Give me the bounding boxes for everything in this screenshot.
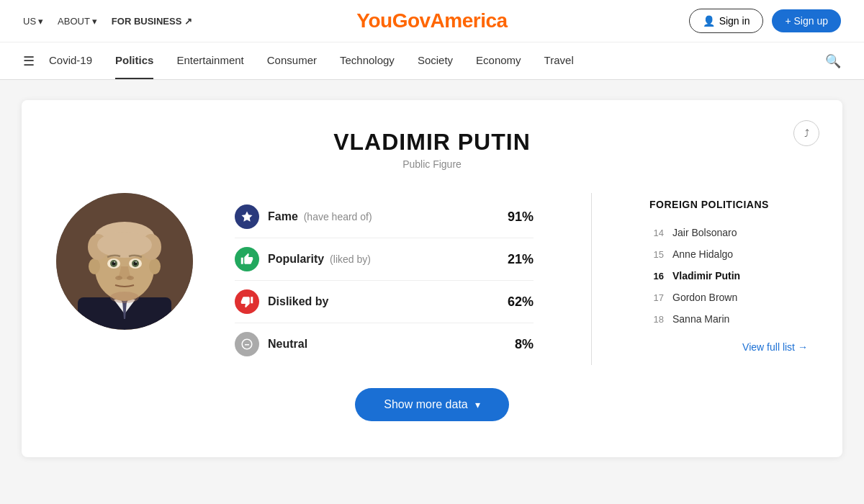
sidebar-title: FOREIGN POLITICIANS (649, 199, 808, 210)
svg-point-24 (110, 292, 139, 303)
sign-in-button[interactable]: 👤 Sign in (689, 9, 764, 33)
rank-15: 15 (649, 249, 664, 260)
logo-text: YouGovAmerica (356, 9, 507, 32)
stats-section: Fame (have heard of) 91% Popularity (lik… (235, 193, 534, 365)
nav-item-consumer[interactable]: Consumer (267, 42, 317, 79)
svg-point-22 (115, 276, 122, 280)
sidebar-list: FOREIGN POLITICIANS 14 Jair Bolsonaro 15… (649, 193, 808, 353)
svg-point-8 (89, 258, 100, 274)
name-bolsonaro: Jair Bolsonaro (672, 227, 737, 238)
sign-up-button[interactable]: + Sign up (772, 9, 841, 32)
site-logo[interactable]: YouGovAmerica (356, 9, 507, 32)
avatar-container (56, 193, 200, 330)
for-business-label: FOR BUSINESS (112, 16, 182, 27)
fame-label: Fame (have heard of) (268, 210, 372, 223)
chevron-down-icon: ▾ (92, 16, 97, 27)
nav-item-politics[interactable]: Politics (115, 42, 153, 79)
sign-in-label: Sign in (719, 15, 750, 27)
nav-item-economy[interactable]: Economy (476, 42, 521, 79)
profile-name: VLADIMIR PUTIN (56, 129, 808, 156)
share-icon: ⤴ (804, 127, 809, 139)
neutral-stat-row: Neutral 8% (235, 323, 534, 365)
top-bar-left: US ▾ ABOUT ▾ FOR BUSINESS ↗ (23, 16, 192, 27)
svg-point-9 (149, 258, 161, 274)
list-item-current[interactable]: 16 Vladimir Putin (649, 265, 808, 287)
svg-point-13 (97, 232, 152, 258)
neutral-label: Neutral (268, 338, 340, 351)
list-item[interactable]: 14 Jair Bolsonaro (649, 222, 808, 243)
neutral-icon (235, 332, 259, 356)
show-more-label: Show more data (384, 398, 468, 411)
fame-sublabel: (have heard of) (301, 211, 372, 222)
name-marin: Sanna Marin (672, 313, 729, 325)
top-bar: US ▾ ABOUT ▾ FOR BUSINESS ↗ YouGovAmeric… (0, 0, 864, 42)
rank-14: 14 (649, 228, 664, 238)
share-button[interactable]: ⤴ (793, 120, 819, 146)
fame-icon (235, 204, 259, 229)
nav-item-society[interactable]: Society (418, 42, 453, 79)
sign-up-label: + Sign up (785, 15, 828, 27)
list-item[interactable]: 17 Gordon Brown (649, 287, 808, 308)
rank-17: 17 (649, 292, 664, 303)
svg-point-20 (114, 261, 115, 263)
nav-item-entertainment[interactable]: Entertainment (176, 42, 243, 79)
profile-card: ⤴ VLADIMIR PUTIN Public Figure (22, 100, 842, 457)
external-link-icon: ↗ (184, 16, 192, 27)
disliked-label: Disliked by (268, 295, 340, 308)
nav-items: Covid-19 Politics Entertainment Consumer… (49, 42, 825, 79)
chevron-down-icon: ▾ (475, 399, 480, 410)
navigation-bar: ☰ Covid-19 Politics Entertainment Consum… (0, 42, 864, 80)
view-full-list-link[interactable]: View full list → (649, 341, 808, 353)
profile-section: Fame (have heard of) 91% Popularity (lik… (56, 193, 808, 365)
top-bar-right: 👤 Sign in + Sign up (689, 9, 841, 33)
vertical-divider (591, 193, 592, 365)
nav-item-technology[interactable]: Technology (340, 42, 395, 79)
user-icon: 👤 (703, 15, 715, 27)
list-item[interactable]: 18 Sanna Marin (649, 308, 808, 330)
for-business-link[interactable]: FOR BUSINESS ↗ (112, 16, 193, 27)
svg-point-23 (127, 276, 134, 280)
chevron-down-icon: ▾ (38, 16, 43, 27)
arrow-right-icon: → (798, 341, 808, 353)
view-full-label: View full list (742, 341, 795, 353)
name-putin: Vladimir Putin (672, 270, 740, 282)
fame-stat-row: Fame (have heard of) 91% (235, 196, 534, 238)
hamburger-menu-icon[interactable]: ☰ (23, 53, 35, 69)
list-item[interactable]: 15 Anne Hidalgo (649, 243, 808, 265)
rank-18: 18 (649, 314, 664, 325)
name-brown: Gordon Brown (672, 292, 737, 303)
popularity-value: 21% (498, 252, 534, 267)
search-icon[interactable]: 🔍 (825, 53, 841, 69)
region-selector[interactable]: US ▾ (23, 16, 43, 27)
nav-item-covid[interactable]: Covid-19 (49, 42, 92, 79)
neutral-value: 8% (498, 337, 534, 352)
about-label: ABOUT (58, 16, 90, 27)
name-hidalgo: Anne Hidalgo (672, 248, 733, 260)
rank-16: 16 (649, 271, 664, 282)
fame-value: 91% (498, 210, 534, 225)
popularity-label: Popularity (liked by) (268, 253, 371, 266)
popularity-stat-row: Popularity (liked by) 21% (235, 238, 534, 281)
disliked-value: 62% (498, 294, 534, 310)
avatar (56, 193, 193, 330)
profile-header: VLADIMIR PUTIN Public Figure (56, 129, 808, 170)
popularity-sublabel: (liked by) (327, 253, 371, 265)
region-label: US (23, 16, 36, 27)
nav-item-travel[interactable]: Travel (544, 42, 574, 79)
svg-point-21 (135, 261, 137, 263)
disliked-icon (235, 289, 259, 314)
disliked-stat-row: Disliked by 62% (235, 281, 534, 323)
show-more-container: Show more data ▾ (56, 388, 808, 421)
popularity-icon (235, 247, 259, 271)
show-more-button[interactable]: Show more data ▾ (355, 388, 509, 421)
about-menu[interactable]: ABOUT ▾ (58, 16, 97, 27)
profile-subtitle: Public Figure (56, 158, 808, 170)
